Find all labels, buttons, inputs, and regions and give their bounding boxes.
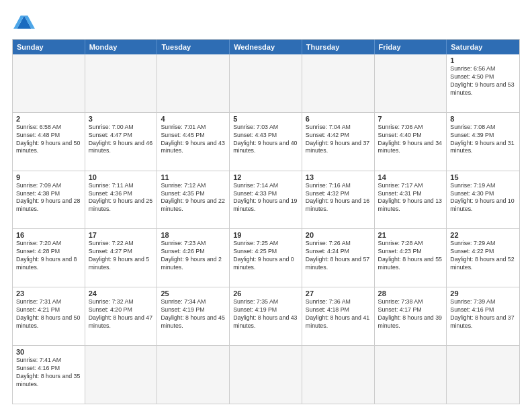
day-info: Sunrise: 7:26 AM Sunset: 4:24 PM Dayligh… <box>306 240 371 272</box>
table-row <box>85 54 158 112</box>
day-info: Sunrise: 7:19 AM Sunset: 4:30 PM Dayligh… <box>450 182 516 214</box>
day-info: Sunrise: 7:25 AM Sunset: 4:25 PM Dayligh… <box>233 240 298 272</box>
day-info: Sunrise: 7:38 AM Sunset: 4:17 PM Dayligh… <box>378 298 443 330</box>
table-row: 9Sunrise: 7:09 AM Sunset: 4:38 PM Daylig… <box>13 171 85 229</box>
day-info: Sunrise: 7:20 AM Sunset: 4:28 PM Dayligh… <box>16 240 81 272</box>
table-row: 16Sunrise: 7:20 AM Sunset: 4:28 PM Dayli… <box>13 229 85 287</box>
day-number: 19 <box>233 231 298 239</box>
day-info: Sunrise: 7:29 AM Sunset: 4:22 PM Dayligh… <box>450 240 516 272</box>
day-number: 26 <box>233 289 298 298</box>
day-info: Sunrise: 7:03 AM Sunset: 4:43 PM Dayligh… <box>233 124 298 156</box>
day-number: 5 <box>233 115 298 123</box>
day-number: 16 <box>16 231 81 239</box>
calendar-week-6: 30Sunrise: 7:41 AM Sunset: 4:16 PM Dayli… <box>13 345 519 404</box>
day-number: 2 <box>16 115 81 123</box>
day-number: 10 <box>89 173 154 181</box>
table-row <box>230 346 302 404</box>
day-info: Sunrise: 7:39 AM Sunset: 4:16 PM Dayligh… <box>450 298 516 330</box>
table-row <box>447 346 519 404</box>
day-number: 18 <box>161 231 226 239</box>
table-row: 12Sunrise: 7:14 AM Sunset: 4:33 PM Dayli… <box>230 171 302 229</box>
day-number: 6 <box>306 115 371 123</box>
day-number: 13 <box>306 173 371 181</box>
day-number: 14 <box>378 173 443 181</box>
table-row <box>375 346 447 404</box>
table-row <box>157 54 230 112</box>
day-number: 1 <box>450 56 516 64</box>
day-number: 30 <box>16 348 81 356</box>
header-day-friday: Friday <box>375 40 447 54</box>
day-number: 21 <box>378 231 443 239</box>
header-day-saturday: Saturday <box>447 40 519 54</box>
header-day-thursday: Thursday <box>302 40 375 54</box>
table-row: 22Sunrise: 7:29 AM Sunset: 4:22 PM Dayli… <box>447 229 519 287</box>
day-number: 15 <box>450 173 516 181</box>
day-info: Sunrise: 7:00 AM Sunset: 4:47 PM Dayligh… <box>89 124 154 156</box>
calendar-week-4: 16Sunrise: 7:20 AM Sunset: 4:28 PM Dayli… <box>13 228 519 287</box>
table-row: 15Sunrise: 7:19 AM Sunset: 4:30 PM Dayli… <box>447 171 519 229</box>
table-row: 23Sunrise: 7:31 AM Sunset: 4:21 PM Dayli… <box>13 287 85 345</box>
day-number: 28 <box>378 289 443 298</box>
table-row <box>13 54 85 112</box>
table-row: 28Sunrise: 7:38 AM Sunset: 4:17 PM Dayli… <box>375 287 447 345</box>
table-row <box>230 54 302 112</box>
day-number: 25 <box>161 289 226 298</box>
day-info: Sunrise: 7:16 AM Sunset: 4:32 PM Dayligh… <box>306 182 371 214</box>
table-row <box>302 54 375 112</box>
table-row: 5Sunrise: 7:03 AM Sunset: 4:43 PM Daylig… <box>230 113 302 171</box>
calendar-week-3: 9Sunrise: 7:09 AM Sunset: 4:38 PM Daylig… <box>13 171 519 229</box>
day-number: 11 <box>161 173 226 181</box>
day-info: Sunrise: 7:34 AM Sunset: 4:19 PM Dayligh… <box>161 298 226 330</box>
header <box>12 12 520 32</box>
day-info: Sunrise: 7:08 AM Sunset: 4:39 PM Dayligh… <box>450 124 516 156</box>
day-info: Sunrise: 7:04 AM Sunset: 4:42 PM Dayligh… <box>306 124 371 156</box>
day-number: 17 <box>89 231 154 239</box>
table-row: 3Sunrise: 7:00 AM Sunset: 4:47 PM Daylig… <box>85 113 158 171</box>
day-info: Sunrise: 7:06 AM Sunset: 4:40 PM Dayligh… <box>378 124 443 156</box>
header-day-sunday: Sunday <box>13 40 85 54</box>
table-row: 8Sunrise: 7:08 AM Sunset: 4:39 PM Daylig… <box>447 113 519 171</box>
day-info: Sunrise: 7:28 AM Sunset: 4:23 PM Dayligh… <box>378 240 443 272</box>
table-row: 24Sunrise: 7:32 AM Sunset: 4:20 PM Dayli… <box>85 287 158 345</box>
day-info: Sunrise: 7:32 AM Sunset: 4:20 PM Dayligh… <box>89 298 154 330</box>
table-row: 30Sunrise: 7:41 AM Sunset: 4:16 PM Dayli… <box>13 346 85 404</box>
day-info: Sunrise: 7:09 AM Sunset: 4:38 PM Dayligh… <box>16 182 81 214</box>
day-number: 29 <box>450 289 516 298</box>
day-number: 27 <box>306 289 371 298</box>
calendar-body: 1Sunrise: 6:56 AM Sunset: 4:50 PM Daylig… <box>13 54 519 404</box>
calendar-week-5: 23Sunrise: 7:31 AM Sunset: 4:21 PM Dayli… <box>13 287 519 345</box>
day-info: Sunrise: 7:22 AM Sunset: 4:27 PM Dayligh… <box>89 240 154 272</box>
table-row: 27Sunrise: 7:36 AM Sunset: 4:18 PM Dayli… <box>302 287 375 345</box>
day-info: Sunrise: 7:17 AM Sunset: 4:31 PM Dayligh… <box>378 182 443 214</box>
header-day-monday: Monday <box>85 40 158 54</box>
table-row <box>85 346 158 404</box>
day-info: Sunrise: 7:11 AM Sunset: 4:36 PM Dayligh… <box>89 182 154 214</box>
day-number: 9 <box>16 173 81 181</box>
day-info: Sunrise: 7:23 AM Sunset: 4:26 PM Dayligh… <box>161 240 226 272</box>
day-info: Sunrise: 7:31 AM Sunset: 4:21 PM Dayligh… <box>16 298 81 330</box>
calendar-week-1: 1Sunrise: 6:56 AM Sunset: 4:50 PM Daylig… <box>13 54 519 112</box>
day-info: Sunrise: 7:35 AM Sunset: 4:19 PM Dayligh… <box>233 298 298 330</box>
day-number: 20 <box>306 231 371 239</box>
header-day-wednesday: Wednesday <box>230 40 302 54</box>
table-row: 21Sunrise: 7:28 AM Sunset: 4:23 PM Dayli… <box>375 229 447 287</box>
day-number: 24 <box>89 289 154 298</box>
day-info: Sunrise: 6:58 AM Sunset: 4:48 PM Dayligh… <box>16 124 81 156</box>
day-info: Sunrise: 6:56 AM Sunset: 4:50 PM Dayligh… <box>450 65 516 97</box>
day-number: 23 <box>16 289 81 298</box>
day-number: 22 <box>450 231 516 239</box>
calendar-week-2: 2Sunrise: 6:58 AM Sunset: 4:48 PM Daylig… <box>13 112 519 171</box>
day-info: Sunrise: 7:36 AM Sunset: 4:18 PM Dayligh… <box>306 298 371 330</box>
table-row: 1Sunrise: 6:56 AM Sunset: 4:50 PM Daylig… <box>447 54 519 112</box>
day-number: 12 <box>233 173 298 181</box>
day-info: Sunrise: 7:01 AM Sunset: 4:45 PM Dayligh… <box>161 124 226 156</box>
table-row: 4Sunrise: 7:01 AM Sunset: 4:45 PM Daylig… <box>157 113 230 171</box>
header-day-tuesday: Tuesday <box>157 40 230 54</box>
table-row: 26Sunrise: 7:35 AM Sunset: 4:19 PM Dayli… <box>230 287 302 345</box>
table-row: 14Sunrise: 7:17 AM Sunset: 4:31 PM Dayli… <box>375 171 447 229</box>
table-row: 25Sunrise: 7:34 AM Sunset: 4:19 PM Dayli… <box>157 287 230 345</box>
table-row <box>157 346 230 404</box>
table-row: 2Sunrise: 6:58 AM Sunset: 4:48 PM Daylig… <box>13 113 85 171</box>
day-number: 8 <box>450 115 516 123</box>
table-row: 6Sunrise: 7:04 AM Sunset: 4:42 PM Daylig… <box>302 113 375 171</box>
